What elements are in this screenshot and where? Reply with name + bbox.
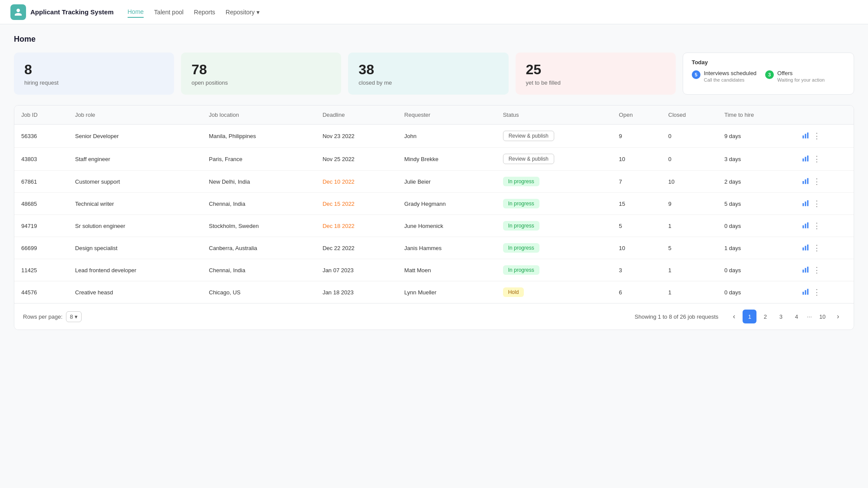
cell-status: In progress [496,193,612,215]
cell-job-role: Technical writer [68,193,202,215]
nav-home[interactable]: Home [128,7,144,18]
svg-rect-3 [803,158,804,162]
cell-requester: Lynn Mueller [398,281,496,303]
cell-requester: Janis Hammes [398,237,496,259]
more-options-icon[interactable]: ⋮ [813,154,821,164]
cell-requester: June Homenick [398,215,496,237]
stat-open-label: open positions [191,79,331,86]
table-row: 11425 Lead frontend developer Chennai, I… [14,259,854,281]
page-3-button[interactable]: 3 [774,310,788,323]
cell-deadline: Dec 22 2022 [316,237,397,259]
today-header: Today [692,59,845,66]
svg-rect-13 [805,224,806,228]
cell-status: Hold [496,281,612,303]
app-logo: Applicant Tracking System [10,4,114,20]
today-items: 5 Interviews scheduled Call the candidat… [692,70,845,82]
today-offers: 3 Offers Waiting for your action [765,70,825,82]
page-10-button[interactable]: 10 [815,310,829,323]
more-options-icon[interactable]: ⋮ [813,199,821,208]
cell-closed: 9 [661,193,717,215]
cell-time-to-hire: 5 days [717,193,795,215]
table-row: 67861 Customer support New Delhi, India … [14,171,854,193]
chart-icon[interactable] [802,155,809,164]
cell-time-to-hire: 2 days [717,171,795,193]
cell-job-id: 67861 [14,171,68,193]
topbar: Applicant Tracking System Home Talent po… [0,0,868,24]
rows-per-page-control: Rows per page: 8 ▾ [23,311,82,322]
more-options-icon[interactable]: ⋮ [813,177,821,186]
svg-rect-2 [807,132,809,138]
more-options-icon[interactable]: ⋮ [813,265,821,275]
table-row: 94719 Sr solution engineer Stockholm, Sw… [14,215,854,237]
svg-rect-8 [807,178,809,184]
nav-talent-pool[interactable]: Talent pool [154,7,184,17]
page-2-button[interactable]: 2 [758,310,772,323]
svg-rect-9 [803,203,804,206]
interviews-sub: Call the candidates [704,77,756,82]
cell-closed: 0 [661,125,717,148]
more-options-icon[interactable]: ⋮ [813,131,821,141]
cell-job-role: Creative heasd [68,281,202,303]
chart-icon[interactable] [802,199,809,208]
col-requester: Requester [398,106,496,125]
col-status: Status [496,106,612,125]
svg-rect-11 [807,200,809,206]
cell-deadline: Jan 18 2023 [316,281,397,303]
cell-closed: 5 [661,237,717,259]
prev-page-button[interactable]: ‹ [727,310,741,323]
page-title: Home [14,35,854,44]
row-actions: ⋮ [802,154,847,164]
more-options-icon[interactable]: ⋮ [813,287,821,297]
svg-rect-10 [805,201,806,206]
cell-job-id: 44576 [14,281,68,303]
page-1-button[interactable]: 1 [743,310,756,323]
more-options-icon[interactable]: ⋮ [813,243,821,253]
chart-icon[interactable] [802,221,809,231]
stat-closed-by-me: 38 closed by me [348,53,508,95]
cell-open: 15 [612,193,661,215]
main-nav: Home Talent pool Reports Repository ▾ [128,7,260,18]
cell-job-location: Canberra, Australia [202,237,316,259]
cell-job-location: New Delhi, India [202,171,316,193]
cell-open: 3 [612,259,661,281]
page-dots: ··· [805,313,814,320]
cell-deadline: Dec 18 2022 [316,215,397,237]
svg-rect-5 [807,155,809,162]
more-options-icon[interactable]: ⋮ [813,221,821,231]
cell-deadline: Dec 15 2022 [316,193,397,215]
rows-per-page-label: Rows per page: [23,313,62,320]
cell-job-id: 66699 [14,237,68,259]
nav-reports[interactable]: Reports [194,7,215,17]
page-4-button[interactable]: 4 [789,310,803,323]
chart-icon[interactable] [802,177,809,186]
rows-per-page-select[interactable]: 8 ▾ [66,311,82,322]
cell-open: 10 [612,237,661,259]
cell-time-to-hire: 9 days [717,125,795,148]
chart-icon[interactable] [802,244,809,253]
row-actions: ⋮ [802,287,847,297]
cell-job-role: Design specialist [68,237,202,259]
svg-rect-22 [805,290,806,295]
stat-yet-number: 25 [526,61,665,78]
cell-open: 7 [612,171,661,193]
stat-yet-to-fill: 25 yet to be filled [516,53,676,95]
cell-time-to-hire: 1 days [717,237,795,259]
cell-requester: Matt Moen [398,259,496,281]
interviews-badge: 5 [692,70,700,79]
col-job-location: Job location [202,106,316,125]
nav-repository[interactable]: Repository ▾ [226,7,260,17]
col-time-to-hire: Time to hire [717,106,795,125]
chart-icon[interactable] [802,266,809,275]
next-page-button[interactable]: › [831,310,845,323]
cell-open: 5 [612,215,661,237]
interviews-label: Interviews scheduled [704,70,756,76]
cell-job-role: Customer support [68,171,202,193]
chart-icon[interactable] [802,288,809,297]
chart-icon[interactable] [802,132,809,141]
cell-actions: ⋮ [795,259,854,281]
cell-job-role: Lead frontend developer [68,259,202,281]
today-card: Today 5 Interviews scheduled Call the ca… [683,53,854,95]
today-interviews: 5 Interviews scheduled Call the candidat… [692,70,756,82]
cell-requester: Julie Beier [398,171,496,193]
cell-deadline: Nov 25 2022 [316,148,397,171]
